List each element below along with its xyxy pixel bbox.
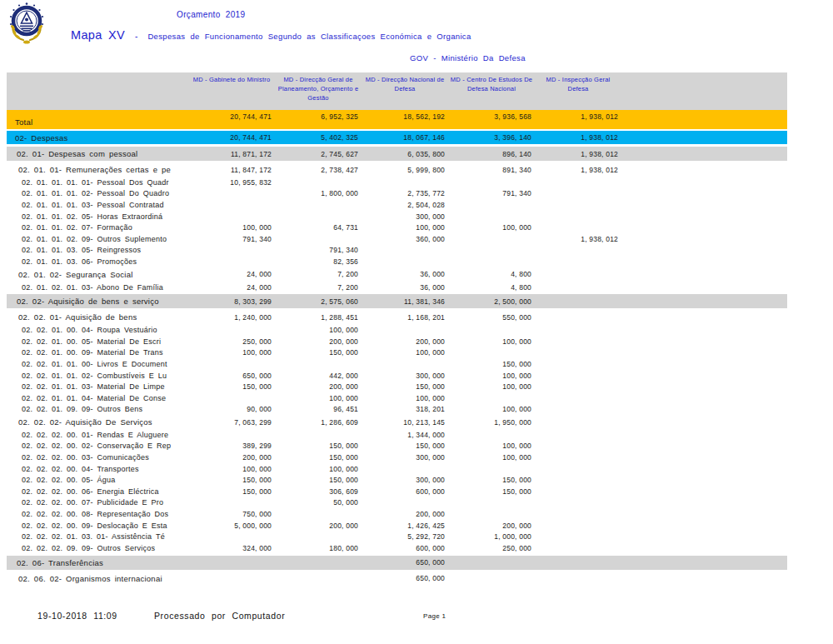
row-label: 02. 02. 01. 01. 03- Material De Limpe [7,382,188,391]
table-row: 02. 02. 02. 00. 08- Representação Dos750… [7,508,787,520]
cell-value: 1, 950, 000 [448,418,535,427]
cell-value: 11, 871, 172 [188,150,275,158]
cell-value: 18, 067, 146 [362,133,448,142]
table-row: 02. 02. 01. 01. 02- Combustíveis E Lu650… [7,370,787,382]
map-number: Mapa XV [71,28,125,42]
cell-value: 180, 000 [275,544,362,552]
cell-value: 100, 000 [448,442,535,450]
ministry-title: GOV - Ministério Da Defesa [410,53,526,62]
cell-value: 200, 000 [275,337,362,346]
cell-value: 5, 402, 325 [275,133,362,142]
table-row: 02. 02. 02- Aquisição De Serviços7, 063,… [7,415,787,429]
cell-value: 7, 200 [275,283,362,292]
cell-value: 791, 340 [188,235,275,243]
table-row: 02. 01. 01. 03. 05- Reingressos791, 340 [7,245,787,257]
cell-value: 300, 000 [362,212,448,221]
cell-value: 2, 504, 028 [362,201,448,209]
cell-value: 891, 340 [448,166,535,174]
cell-value: 100, 000 [275,326,362,334]
cell-value: 150, 000 [448,476,535,484]
cell-value: 2, 500, 000 [448,297,535,306]
cell-value: 200, 000 [362,337,448,346]
table-row: 02. 02. 02. 00. 03- Comunicações200, 000… [7,452,787,463]
cell-value: 550, 000 [448,313,535,322]
cell-value: 100, 000 [448,223,535,232]
report-page: { "header": { "orcamento": "Orçamento 20… [0,0,833,644]
cell-value: 1, 938, 012 [535,133,621,142]
cell-value: 150, 000 [188,476,275,484]
row-label: 02. 01. 01. 03. 05- Reingressos [7,246,188,254]
table-row: 02. 01. 01. 03. 06- Promoções82, 356 [7,256,787,267]
cell-value: 100, 000 [362,348,448,357]
budget-year-title: Orçamento 2019 [177,10,245,19]
cell-value: 200, 000 [188,453,275,462]
cell-value: 36, 000 [362,283,448,292]
cell-value: 100, 000 [362,394,448,402]
cell-value: 100, 000 [448,382,535,391]
cell-value: 100, 000 [448,453,535,462]
cell-value: 600, 000 [362,487,448,496]
table-row: 02. 01- Despesas com pessoal11, 871, 172… [7,147,787,161]
row-label: 02. 02. 02. 01. 03. 01- Assistência Té [7,532,188,541]
cell-value: 442, 000 [275,372,362,380]
cell-value: 90, 000 [188,405,275,413]
cell-value: 1, 168, 201 [362,313,448,322]
cell-value: 300, 000 [362,372,448,380]
cell-value: 100, 000 [275,465,362,473]
cell-value: 150, 000 [448,360,535,368]
row-label: 02. 02. 01. 09. 09- Outros Bens [7,405,188,413]
table-row: 02. 02. 01. 01. 03- Material De Limpe150… [7,381,787,392]
row-label: 02. 01. 01. 02. 05- Horas Extraordiná [7,212,188,221]
cell-value: 1, 800, 000 [275,189,362,197]
cell-value: 10, 955, 832 [188,178,275,187]
cell-value: 36, 000 [362,270,448,278]
cell-value: 24, 000 [188,283,275,292]
table-row: 02. 01. 01. 01. 01- Pessoal Dos Quadr10,… [7,177,787,188]
row-label: 02. 01. 01. 01. 02- Pessoal Do Quadro [7,189,188,197]
table-row: 02. 01. 01. 02. 05- Horas Extraordiná300… [7,211,787,222]
cell-value: 1, 240, 000 [188,313,275,322]
row-label: 02. 02. 02- Aquisição De Serviços [7,417,188,427]
row-label: 02. 02. 01. 01. 02- Combustíveis E Lu [7,372,188,380]
page-number: Page 1 [423,612,446,620]
table-row: 02. 01. 01. 01. 02- Pessoal Do Quadro1, … [7,188,787,200]
row-label: 02. 02. 02. 00. 02- Conservação E Rep [7,442,188,450]
cell-value: 324, 000 [188,544,275,552]
cell-value: 1, 286, 609 [275,418,362,427]
table-row: 02. 01. 01. 01. 03- Pessoal Contratad2, … [7,199,787,211]
cell-value: 96, 451 [275,405,362,413]
cell-value: 24, 000 [188,270,275,278]
row-label: 02. 01. 02. 01. 03- Abono De Família [7,283,188,292]
cell-value: 100, 000 [275,394,362,402]
cell-value: 150, 000 [362,382,448,391]
row-label: 02. 02. 02. 00. 06- Energia Eléctrica [7,487,188,496]
table-row: 02. 01. 01. 02. 07- Formação100, 00064, … [7,222,787,233]
cell-value: 10, 213, 145 [362,418,448,427]
map-title-line: Mapa XV - Despesas de Funcionamento Segu… [71,27,471,42]
table-row: 02. 02. 01. 00. 05- Material De Escri250… [7,336,787,347]
table-row: 02. 02. 02. 01. 03. 01- Assistência Té5,… [7,531,787,542]
cell-value: 5, 000, 000 [188,522,275,530]
column-header: MD - Inspecção Geral Defesa [535,72,621,94]
row-label: 02. 02. 01- Aquisição de bens [7,312,188,322]
cell-value: 1, 938, 012 [535,150,621,158]
table-row: 02. 02. 02. 00. 04- Transportes100, 0001… [7,463,787,475]
cell-value: 3, 396, 140 [448,133,535,142]
table-row: 02. 01. 02- Segurança Social24, 0007, 20… [7,267,787,282]
cell-value: 100, 000 [188,465,275,473]
row-label: 02. 02. 02. 00. 05- Água [7,476,188,484]
cell-value: 11, 847, 172 [188,166,275,174]
row-label: 02. 01. 01- Remunerações certas e pe [7,165,188,174]
row-label: 02. 02. 01. 00. 04- Roupa Vestuário [7,326,188,334]
table-row: 02. 02. 02. 00. 07- Publicidade E Pro50,… [7,497,787,509]
row-label: 02. 01. 01. 03. 06- Promoções [7,257,188,266]
cell-value: 750, 000 [188,510,275,518]
table-row: 02. 02. 02. 00. 01- Rendas E Aluguere1, … [7,429,787,441]
map-subtitle: Despesas de Funcionamento Segundo as Cla… [147,32,471,41]
cell-value: 389, 299 [188,442,275,450]
row-label: 02. 02. 02. 00. 08- Representação Dos [7,510,188,518]
row-label: 02. 02. 02. 00. 04- Transportes [7,465,188,473]
table-body: Total20, 744, 4716, 952, 32518, 562, 192… [7,110,787,586]
cell-value: 100, 000 [188,348,275,357]
cell-value: 2, 735, 772 [362,189,448,197]
